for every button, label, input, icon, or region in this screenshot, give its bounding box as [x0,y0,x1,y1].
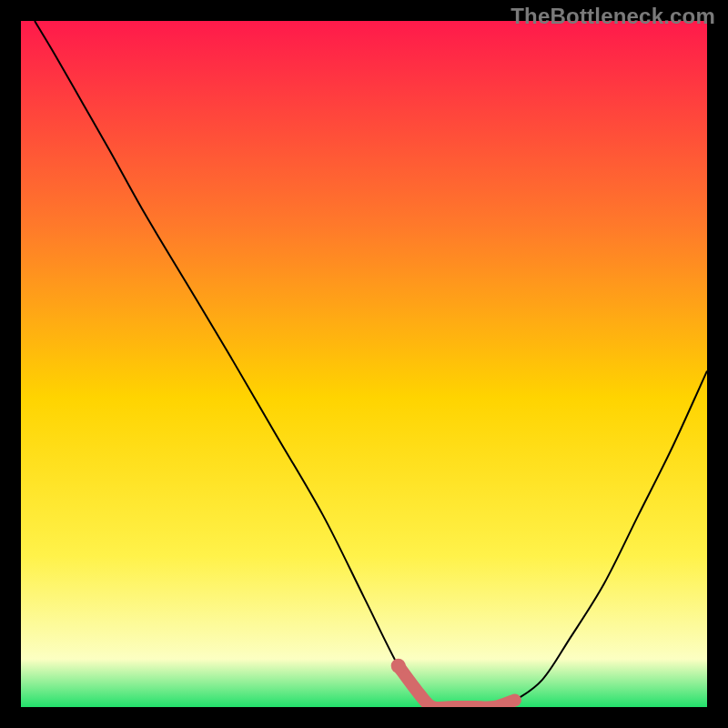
gradient-background [21,21,707,707]
highlight-dot [391,659,406,673]
chart-frame: TheBottleneck.com [0,0,728,728]
plot-area [21,21,707,707]
watermark-text: TheBottleneck.com [511,4,715,29]
plot-svg [21,21,707,707]
